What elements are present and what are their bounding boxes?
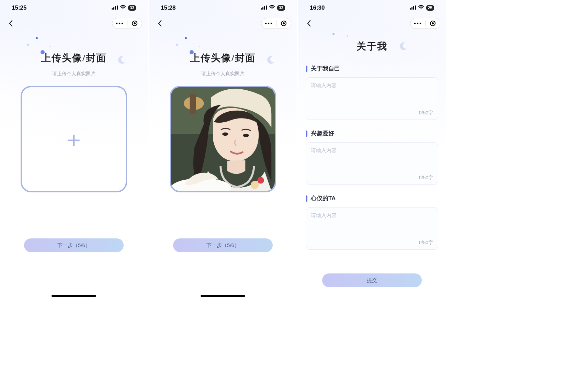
svg-rect-28 xyxy=(411,7,412,10)
status-time: 15:25 xyxy=(12,4,26,11)
submit-button[interactable]: 提交 xyxy=(322,273,422,287)
ideal-partner-input[interactable]: 请输入内容 0/50字 xyxy=(306,207,438,250)
char-counter: 0/50字 xyxy=(419,110,433,116)
title-area: 上传头像/封面 请上传个人真实照片 xyxy=(149,31,297,77)
section-hobbies: 兴趣爱好 请输入内容 0/50字 xyxy=(306,130,438,185)
svg-point-17 xyxy=(283,22,285,24)
nav-bar xyxy=(298,16,446,31)
wifi-icon xyxy=(418,4,424,11)
next-step-button[interactable]: 下一步（5/6） xyxy=(173,238,273,252)
svg-point-33 xyxy=(420,23,421,24)
svg-rect-11 xyxy=(264,6,265,10)
status-bar: 15:25 33 xyxy=(0,0,148,16)
page-subtitle: 请上传个人真实照片 xyxy=(149,71,297,77)
svg-rect-27 xyxy=(410,8,411,10)
svg-rect-1 xyxy=(113,7,114,10)
svg-rect-29 xyxy=(413,6,414,10)
svg-point-4 xyxy=(116,23,118,24)
accent-bar xyxy=(306,66,307,72)
title-area: 关于我 xyxy=(298,31,446,53)
wifi-icon xyxy=(269,4,275,11)
svg-point-15 xyxy=(271,23,272,24)
upload-avatar-box[interactable] xyxy=(170,86,276,192)
svg-rect-21 xyxy=(190,94,196,114)
cellular-icon xyxy=(112,4,118,11)
home-indicator[interactable] xyxy=(52,295,96,297)
status-time: 15:28 xyxy=(161,4,176,11)
about-form: 关于我自己 请输入内容 0/50字 兴趣爱好 请输入内容 0/50字 心仪的TA xyxy=(298,65,446,250)
back-button[interactable] xyxy=(155,18,165,29)
section-label: 心仪的TA xyxy=(311,194,336,202)
wifi-icon xyxy=(120,4,126,11)
back-button[interactable] xyxy=(304,18,314,29)
status-icons: 25 xyxy=(410,4,434,11)
about-self-input[interactable]: 请输入内容 0/50字 xyxy=(306,77,438,120)
page-title: 关于我 xyxy=(357,40,387,53)
upload-avatar-box[interactable]: ＋ xyxy=(21,86,127,192)
section-ideal-partner: 心仪的TA 请输入内容 0/50字 xyxy=(306,194,438,250)
battery-badge: 25 xyxy=(426,5,434,11)
placeholder-text: 请输入内容 xyxy=(311,212,433,219)
plus-icon: ＋ xyxy=(63,128,85,150)
svg-rect-30 xyxy=(415,5,416,10)
svg-rect-9 xyxy=(261,8,262,10)
miniapp-capsule xyxy=(410,18,440,29)
button-label: 下一步（5/6） xyxy=(57,242,90,249)
status-time: 16:30 xyxy=(310,4,325,11)
svg-point-31 xyxy=(414,23,416,24)
capsule-close-button[interactable] xyxy=(426,18,440,29)
svg-rect-10 xyxy=(262,7,263,10)
home-indicator[interactable] xyxy=(201,295,245,297)
svg-rect-0 xyxy=(112,8,113,10)
svg-point-6 xyxy=(122,23,123,24)
section-title: 心仪的TA xyxy=(306,194,438,202)
page-title: 上传头像/封面 xyxy=(190,52,256,65)
status-bar: 16:30 25 xyxy=(298,0,446,16)
hobbies-input[interactable]: 请输入内容 0/50字 xyxy=(306,142,438,185)
capsule-menu-button[interactable] xyxy=(410,18,425,29)
phone-screen-about-me: 16:30 25 ✦ 关于我 xyxy=(298,0,446,292)
svg-point-22 xyxy=(222,133,228,136)
svg-point-26 xyxy=(251,181,259,189)
section-label: 兴趣爱好 xyxy=(311,130,334,137)
nav-bar xyxy=(0,16,148,31)
page-title: 上传头像/封面 xyxy=(41,52,106,65)
status-icons: 33 xyxy=(112,4,136,11)
svg-point-14 xyxy=(268,23,270,24)
battery-badge: 33 xyxy=(128,5,136,11)
svg-rect-3 xyxy=(117,5,118,10)
svg-point-8 xyxy=(134,22,136,24)
button-label: 提交 xyxy=(367,277,377,284)
button-label: 下一步（5/6） xyxy=(206,242,239,249)
capsule-menu-button[interactable] xyxy=(261,18,276,29)
char-counter: 0/50字 xyxy=(419,240,433,246)
capsule-close-button[interactable] xyxy=(276,18,291,29)
placeholder-text: 请输入内容 xyxy=(311,147,433,154)
page-subtitle: 请上传个人真实照片 xyxy=(0,71,148,77)
accent-bar xyxy=(306,131,307,137)
svg-point-32 xyxy=(417,23,419,24)
phone-screen-upload-empty: 15:25 33 ✦ ✦ 上传头像/ xyxy=(0,0,148,299)
svg-point-35 xyxy=(432,22,434,24)
next-step-button[interactable]: 下一步（5/6） xyxy=(24,238,124,252)
svg-rect-2 xyxy=(115,6,116,10)
accent-bar xyxy=(306,195,307,202)
capsule-close-button[interactable] xyxy=(127,18,142,29)
section-label: 关于我自己 xyxy=(311,65,340,72)
uploaded-photo xyxy=(171,87,275,191)
svg-point-13 xyxy=(265,23,267,24)
back-button[interactable] xyxy=(5,18,16,29)
battery-badge: 33 xyxy=(277,5,285,11)
title-area: 上传头像/封面 请上传个人真实照片 xyxy=(0,31,148,77)
svg-rect-12 xyxy=(266,5,267,10)
status-icons: 33 xyxy=(261,4,285,11)
nav-bar xyxy=(149,16,297,31)
capsule-menu-button[interactable] xyxy=(112,18,127,29)
status-bar: 15:28 33 xyxy=(149,0,297,16)
miniapp-capsule xyxy=(112,18,142,29)
cellular-icon xyxy=(410,4,416,11)
char-counter: 0/50字 xyxy=(419,175,433,181)
cellular-icon xyxy=(261,4,267,11)
svg-point-25 xyxy=(257,177,264,183)
svg-point-23 xyxy=(243,134,249,137)
